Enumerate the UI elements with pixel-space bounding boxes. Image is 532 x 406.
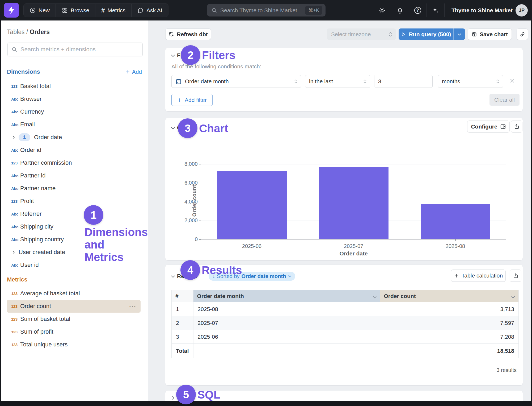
sidebar-item-user-id[interactable]: AbcUser id: [7, 259, 141, 271]
row-index-cell: 2: [172, 316, 193, 330]
configure-button[interactable]: Configure: [467, 121, 510, 132]
expand-sql-icon[interactable]: [170, 395, 176, 401]
global-search-input[interactable]: [220, 7, 305, 14]
filter-unit-select[interactable]: months: [438, 75, 503, 88]
sparkles-icon: [432, 7, 439, 14]
table-header-row: #Order date monthOrder count: [172, 290, 519, 302]
nav-label: Metrics: [107, 7, 125, 14]
sidebar-item-order-date[interactable]: 1Order date: [7, 131, 141, 144]
collapse-results-icon[interactable]: [170, 274, 176, 279]
column-header-dimension[interactable]: Order date month: [193, 290, 380, 302]
sidebar-item-profit[interactable]: 123Profit: [7, 195, 141, 208]
chevron-right-icon[interactable]: [11, 135, 19, 140]
bar-2025-08[interactable]: [421, 204, 490, 239]
nav-new-button[interactable]: New: [24, 4, 56, 17]
sidebar-item-label: Order count: [20, 303, 51, 310]
run-query-button[interactable]: Run query (500): [399, 28, 454, 40]
chevron-right-icon[interactable]: [11, 250, 19, 255]
refresh-icon: [168, 31, 174, 37]
settings-button[interactable]: [373, 3, 391, 17]
filter-operator-select[interactable]: in the last: [305, 75, 370, 88]
filter-value-input[interactable]: [374, 75, 433, 88]
chevron-down-icon[interactable]: [511, 293, 515, 300]
table-total-row: Total18,518: [172, 344, 519, 358]
sidebar-item-shipping-country[interactable]: AbcShipping country: [7, 233, 141, 246]
sidebar-item-total-unique-users[interactable]: 123Total unique users: [7, 338, 141, 351]
more-options-icon[interactable]: ···: [129, 303, 136, 310]
sidebar-item-order-count[interactable]: 123Order count···: [7, 300, 141, 313]
add-dimension-button[interactable]: Add: [125, 69, 142, 75]
remove-filter-button[interactable]: [509, 78, 515, 84]
breadcrumb-parent[interactable]: Tables: [7, 28, 24, 35]
nav-browse-button[interactable]: Browse: [56, 4, 95, 17]
close-icon: [509, 78, 515, 84]
sidebar-item-label: Basket total: [20, 83, 51, 90]
sidebar-item-basket-total[interactable]: 123Basket total: [7, 80, 141, 93]
metrics-header: Metrics: [7, 276, 142, 283]
nav-ask-ai-button[interactable]: Ask AI: [132, 4, 168, 17]
timezone-select[interactable]: Select timezone: [327, 28, 396, 40]
table-row[interactable]: 22025-077,597: [172, 316, 519, 330]
table-row[interactable]: 12025-083,713: [172, 302, 519, 316]
sidebar-item-currency[interactable]: AbcCurrency: [7, 105, 141, 118]
x-axis-title: Order date: [201, 250, 506, 257]
sidebar-item-partner-name[interactable]: AbcPartner name: [7, 182, 141, 195]
sidebar-item-partner-id[interactable]: AbcPartner id: [7, 169, 141, 182]
sidebar-item-shipping-city[interactable]: AbcShipping city: [7, 220, 141, 233]
app-logo[interactable]: [4, 3, 19, 18]
y-tick-label: 8,000: [168, 161, 198, 167]
sidebar-item-label: Order date: [34, 134, 62, 141]
sidebar-item-average-of-basket-total[interactable]: 123Average of basket total: [7, 287, 141, 300]
add-filter-button[interactable]: Add filter: [171, 94, 213, 106]
number-type-icon: 123: [11, 84, 20, 89]
sidebar-item-partner-commission[interactable]: 123Partner commission: [7, 156, 141, 169]
share-icon: [514, 124, 520, 129]
bar-2025-06[interactable]: [217, 171, 287, 239]
global-search[interactable]: ⌘+K: [207, 4, 326, 16]
table-calculation-button[interactable]: Table calculation: [451, 270, 506, 282]
explore-main: Refresh dbt Select timezone Run query (5…: [148, 20, 531, 401]
y-tick-mark: [199, 221, 201, 221]
x-tick-label: 2025-06: [201, 243, 303, 249]
sidebar-item-label: Sum of profit: [20, 328, 53, 335]
chevron-updown-icon: [363, 79, 367, 84]
export-chart-button[interactable]: [511, 121, 522, 132]
sidebar-item-browser[interactable]: AbcBrowser: [7, 93, 141, 105]
fields-search-input[interactable]: [20, 46, 139, 53]
sidebar-item-sum-of-profit[interactable]: 123Sum of profit: [7, 325, 141, 338]
collapse-chart-icon[interactable]: [170, 125, 176, 131]
filter-operator-value: in the last: [309, 78, 363, 85]
chevron-down-icon[interactable]: [373, 293, 377, 300]
filter-field-select[interactable]: Order date month: [171, 75, 301, 88]
org-name[interactable]: Thyme to Shine Market: [444, 3, 520, 17]
collapse-filters-icon[interactable]: [170, 53, 176, 59]
refresh-dbt-button[interactable]: Refresh dbt: [165, 28, 211, 40]
y-tick-label: 4,000: [168, 199, 198, 205]
export-results-button[interactable]: [510, 270, 521, 282]
number-type-icon: 123: [11, 330, 20, 334]
nav-metrics-button[interactable]: # Metrics: [95, 4, 132, 17]
lightning-bolt-icon: [7, 6, 15, 15]
user-avatar[interactable]: JP: [516, 4, 528, 16]
filter-count-badge: 1: [19, 133, 30, 141]
run-query-options-button[interactable]: [454, 28, 465, 40]
notifications-button[interactable]: [391, 3, 409, 17]
sidebar-item-user-created-date[interactable]: User created date: [7, 246, 141, 259]
sidebar-item-order-id[interactable]: AbcOrder id: [7, 144, 141, 156]
column-header-metric[interactable]: Order count: [380, 290, 519, 302]
help-button[interactable]: ?: [409, 3, 427, 17]
bar-2025-07[interactable]: [319, 167, 389, 239]
copy-link-button[interactable]: [517, 28, 528, 40]
timezone-placeholder: Select timezone: [331, 31, 371, 38]
sidebar-item-email[interactable]: AbcEmail: [7, 118, 141, 131]
save-chart-button[interactable]: Save chart: [468, 28, 512, 40]
sorted-by-chip[interactable]: ↓ Sorted by Order date month: [209, 272, 295, 281]
number-type-icon: 123: [11, 161, 20, 165]
table-row[interactable]: 32025-067,208: [172, 330, 519, 344]
sidebar-item-sum-of-basket-total[interactable]: 123Sum of basket total: [7, 313, 141, 325]
clear-all-button[interactable]: Clear all: [489, 94, 520, 106]
total-label-cell: Total: [172, 344, 193, 358]
whats-new-button[interactable]: [427, 3, 444, 17]
sidebar-item-referrer[interactable]: AbcReferrer: [7, 208, 141, 220]
fields-search[interactable]: [7, 43, 143, 56]
